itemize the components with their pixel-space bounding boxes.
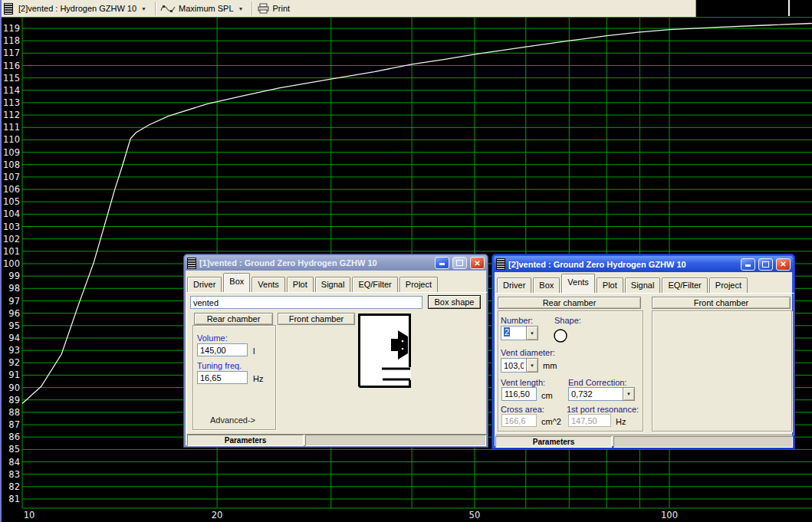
vertical-divider: [788, 0, 790, 16]
status-panel-empty: [613, 436, 793, 448]
tab-eq-filter[interactable]: EQ/Filter: [352, 277, 397, 292]
svg-text:118: 118: [3, 35, 20, 46]
application-window: 1191181171161151141131121111101091081071…: [0, 0, 812, 522]
window-frame-edge: [0, 0, 2, 522]
svg-text:111: 111: [3, 122, 20, 133]
svg-text:90: 90: [8, 382, 20, 393]
window-icon: [187, 258, 196, 269]
tab-project[interactable]: Project: [709, 277, 748, 293]
window-2-tab-strip: Driver Box Vents Plot Signal EQ/Filter P…: [497, 275, 749, 293]
status-panel-parameters: Parameters: [495, 436, 612, 448]
svg-text:87: 87: [8, 419, 20, 430]
svg-text:99: 99: [8, 271, 20, 281]
svg-text:103: 103: [3, 222, 20, 232]
svg-text:96: 96: [8, 308, 20, 319]
window-2-tab-panel: [495, 293, 794, 435]
svg-text:104: 104: [3, 208, 20, 219]
window-icon: [496, 258, 505, 270]
svg-text:95: 95: [8, 320, 20, 331]
svg-text:116: 116: [3, 61, 20, 71]
svg-text:113: 113: [3, 97, 20, 108]
minimize-button minimize-icon[interactable]: [741, 258, 755, 271]
tab-plot[interactable]: Plot: [597, 277, 623, 293]
svg-text:108: 108: [3, 159, 20, 170]
svg-text:98: 98: [8, 283, 20, 294]
tab-plot[interactable]: Plot: [287, 277, 314, 292]
toolbar-separator: [251, 2, 253, 15]
window-1-tab-strip: Driver Box Vents Plot Signal EQ/Filter P…: [187, 274, 439, 292]
window-document-icon: [4, 3, 13, 15]
maximize-button maximize-icon[interactable]: [758, 258, 773, 271]
toolbar-black-area: [696, 0, 812, 17]
window-1-tab-panel: [186, 292, 488, 435]
window-2-titlebar[interactable]: [2]vented : Ground Zero Hydrogen GZHW 10…: [494, 256, 793, 272]
waveform-icon: [160, 4, 176, 14]
svg-text:100: 100: [3, 258, 20, 269]
svg-text:114: 114: [3, 85, 20, 96]
status-panel-empty: [305, 435, 486, 446]
window-2-vents-dialog: [2]vented : Ground Zero Hydrogen GZHW 10…: [491, 254, 795, 449]
svg-text:115: 115: [3, 73, 20, 84]
minimize-button minimize-icon[interactable]: [435, 257, 449, 269]
plot-type-dropdown chevron-down-icon[interactable]: ▼: [234, 3, 248, 15]
svg-text:107: 107: [3, 172, 20, 182]
print-button[interactable]: Print: [272, 4, 290, 13]
window-1-titlebar[interactable]: [1]vented : Ground Zero Hydrogen GZHW 10…: [185, 255, 487, 271]
window-selector[interactable]: [2]vented : Hydrogen GZHW 10: [18, 4, 136, 13]
window-1-box-dialog: [1]vented : Ground Zero Hydrogen GZHW 10…: [183, 254, 488, 448]
svg-text:110: 110: [3, 134, 20, 145]
svg-text:50: 50: [469, 510, 481, 520]
svg-text:109: 109: [3, 147, 20, 158]
status-panel-parameters: Parameters: [187, 435, 304, 446]
svg-text:83: 83: [8, 469, 20, 480]
svg-text:112: 112: [3, 110, 20, 120]
svg-text:97: 97: [8, 296, 20, 307]
tab-signal[interactable]: Signal: [315, 277, 351, 292]
svg-text:85: 85: [8, 444, 20, 455]
tab-vents[interactable]: Vents: [561, 274, 595, 293]
tab-box[interactable]: Box: [533, 277, 560, 293]
tab-driver[interactable]: Driver: [497, 277, 531, 293]
svg-text:10: 10: [24, 510, 35, 520]
svg-text:82: 82: [8, 481, 20, 492]
close-button close-icon[interactable]: ✕: [776, 258, 791, 271]
svg-text:117: 117: [3, 48, 20, 58]
tab-eq-filter[interactable]: EQ/Filter: [662, 277, 707, 293]
svg-text:100: 100: [661, 510, 678, 520]
svg-text:89: 89: [8, 395, 20, 405]
window-selector-dropdown chevron-down-icon[interactable]: ▼: [136, 3, 151, 15]
tab-driver[interactable]: Driver: [187, 277, 222, 292]
svg-text:93: 93: [8, 345, 20, 356]
svg-text:101: 101: [3, 246, 20, 257]
svg-text:20: 20: [212, 510, 223, 520]
printer-icon: [257, 3, 270, 14]
main-toolbar: [2]vented : Hydrogen GZHW 10 ▼ Maximum S…: [0, 0, 696, 17]
svg-text:92: 92: [8, 357, 20, 368]
maximize-button maximize-icon[interactable]: [452, 257, 467, 269]
svg-text:94: 94: [8, 333, 20, 343]
toolbar-separator: [155, 2, 156, 15]
svg-text:88: 88: [8, 407, 20, 418]
svg-text:84: 84: [8, 457, 20, 468]
svg-text:119: 119: [3, 23, 20, 34]
close-button close-icon[interactable]: ✕: [470, 257, 485, 269]
svg-text:81: 81: [8, 494, 20, 504]
window-1-title: [1]vented : Ground Zero Hydrogen GZHW 10: [199, 258, 432, 268]
window-2-title: [2]vented : Ground Zero Hydrogen GZHW 10: [508, 260, 738, 269]
svg-text:102: 102: [3, 234, 20, 245]
chart-top-border: [0, 17, 812, 18]
tab-project[interactable]: Project: [399, 277, 438, 292]
svg-text:106: 106: [3, 184, 20, 195]
tab-box[interactable]: Box: [223, 273, 250, 292]
svg-text:91: 91: [8, 369, 20, 380]
svg-text:105: 105: [3, 196, 20, 207]
tab-signal[interactable]: Signal: [625, 277, 661, 293]
plot-type-selector[interactable]: Maximum SPL: [179, 4, 234, 13]
tab-vents[interactable]: Vents: [251, 277, 285, 292]
svg-text:86: 86: [8, 432, 20, 442]
